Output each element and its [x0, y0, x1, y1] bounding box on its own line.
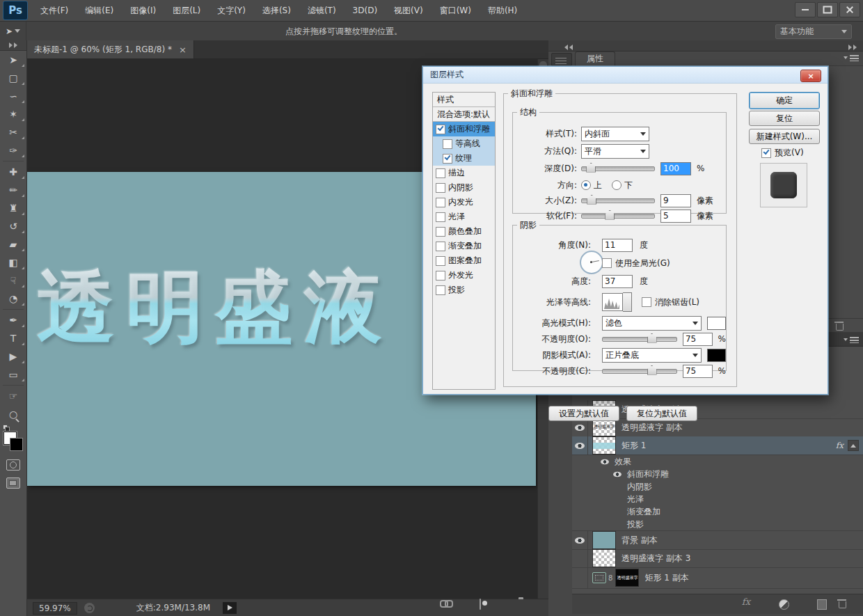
dialog-title-bar[interactable]: 图层样式 [423, 67, 828, 84]
direction-down-radio[interactable] [612, 180, 621, 190]
history-brush-tool[interactable]: ↺ [0, 217, 26, 235]
size-input[interactable]: 9 [660, 194, 691, 207]
menu-view[interactable]: 视图(V) [386, 0, 432, 21]
depth-slider[interactable] [581, 166, 655, 171]
quick-mask-button[interactable] [6, 459, 20, 471]
effect-row[interactable]: 斜面和浮雕 [572, 468, 863, 480]
checkbox[interactable] [436, 285, 445, 295]
toolbar-collapse-button[interactable] [0, 40, 26, 51]
layers-panel-menu-icon[interactable] [844, 335, 859, 344]
clone-stamp-tool[interactable]: ♜ [0, 199, 26, 217]
layer-thumbnail[interactable]: 透明盛液字 [615, 569, 639, 587]
healing-brush-tool[interactable]: ✚ [0, 163, 26, 181]
crop-tool[interactable]: ✂ [0, 123, 26, 141]
menu-layer[interactable]: 图层(L) [164, 0, 209, 21]
style-item-gradient-overlay[interactable]: 渐变叠加 [433, 239, 495, 253]
layer-thumbnail[interactable] [592, 549, 616, 567]
smudge-tool[interactable]: ☟ [0, 271, 26, 290]
adjustment-layer-icon[interactable] [779, 599, 789, 610]
anti-alias-checkbox[interactable] [642, 297, 651, 307]
highlight-mode-select[interactable]: 滤色 [602, 316, 702, 331]
checkbox[interactable] [436, 271, 445, 281]
add-layer-mask-icon[interactable] [480, 599, 481, 610]
effects-label[interactable]: 效果 [615, 456, 631, 468]
checkbox-checked[interactable] [436, 125, 445, 134]
menu-edit[interactable]: 编辑(E) [77, 0, 122, 21]
default-colors-icon[interactable] [3, 425, 9, 430]
hand-tool[interactable]: ☞ [0, 387, 26, 405]
effect-row[interactable]: 投影 [572, 518, 863, 531]
bevel-style-select[interactable]: 内斜面 [581, 127, 649, 141]
path-selection-tool[interactable]: ▶ [0, 347, 26, 365]
zoom-tool[interactable]: ○ [0, 405, 26, 423]
checkbox[interactable] [436, 198, 445, 207]
angle-input[interactable]: 11 [602, 239, 633, 252]
effect-label[interactable]: 投影 [627, 519, 644, 530]
maximize-button[interactable] [817, 2, 838, 17]
menu-window[interactable]: 窗口(W) [432, 0, 480, 21]
style-item-inner-shadow[interactable]: 内阴影 [433, 180, 495, 195]
delete-layer-icon[interactable] [838, 599, 846, 608]
checkbox[interactable] [436, 212, 445, 222]
trash-icon[interactable] [835, 322, 844, 330]
menu-3d[interactable]: 3D(D) [345, 0, 386, 21]
layer-row[interactable]: 透明盛液字 透明盛液字 副本 [572, 418, 863, 437]
shadow-color-swatch[interactable] [707, 349, 726, 362]
tool-preset-picker[interactable]: ➤ [0, 22, 26, 40]
dialog-close-button[interactable]: × [800, 70, 821, 82]
style-item-pattern-overlay[interactable]: 图案叠加 [433, 253, 495, 268]
style-item-satin[interactable]: 光泽 [433, 210, 495, 224]
reset-default-button[interactable]: 复位为默认值 [626, 406, 697, 421]
rectangle-tool[interactable]: ▭ [0, 365, 26, 384]
slider-thumb[interactable] [647, 333, 657, 343]
lasso-tool[interactable]: ∽ [0, 87, 26, 105]
effect-label[interactable]: 内阴影 [627, 481, 652, 493]
checkbox[interactable] [436, 227, 445, 237]
checkbox[interactable] [443, 139, 452, 149]
checkbox[interactable] [436, 168, 445, 178]
background-color-swatch[interactable] [10, 438, 23, 451]
menu-type[interactable]: 文字(Y) [209, 0, 254, 21]
slider-thumb[interactable] [587, 195, 596, 205]
collapse-effects-icon[interactable] [848, 440, 859, 451]
menu-filter[interactable]: 滤镜(T) [299, 0, 345, 21]
highlight-color-swatch[interactable] [707, 317, 726, 330]
visibility-toggle[interactable] [572, 531, 588, 549]
workspace-switcher[interactable]: 基本功能 [775, 24, 852, 39]
style-item-color-overlay[interactable]: 颜色叠加 [433, 224, 495, 239]
layer-name[interactable]: 矩形 1 [621, 440, 646, 452]
ok-button[interactable]: 确定 [749, 92, 820, 109]
close-window-button[interactable] [839, 2, 860, 17]
style-item-drop-shadow[interactable]: 投影 [433, 283, 495, 297]
effect-row[interactable]: 渐变叠加 [572, 505, 863, 518]
opacity-highlight-input[interactable]: 75 [683, 333, 713, 346]
move-tool[interactable]: ➤ [0, 51, 26, 69]
direction-up-radio[interactable] [581, 180, 591, 190]
collapsed-panel-icons[interactable] [551, 53, 572, 66]
screen-mode-button[interactable] [6, 477, 20, 489]
dodge-tool[interactable]: ◔ [0, 290, 26, 308]
effects-group-row[interactable]: 效果 [572, 455, 863, 468]
style-item-stroke[interactable]: 描边 [433, 166, 495, 180]
style-item-inner-glow[interactable]: 内发光 [433, 195, 495, 210]
effect-label[interactable]: 渐变叠加 [627, 506, 660, 518]
status-options-arrow[interactable] [223, 602, 237, 614]
layer-name[interactable]: 背景 副本 [621, 535, 658, 546]
checkbox[interactable] [436, 256, 445, 266]
type-tool[interactable]: T [0, 329, 26, 347]
eye-icon[interactable] [601, 459, 609, 464]
menu-select[interactable]: 选择(S) [254, 0, 299, 21]
marquee-tool[interactable]: ▢ [0, 69, 26, 87]
reset-button[interactable]: 复位 [749, 111, 820, 126]
layer-thumbnail[interactable] [592, 436, 616, 455]
eye-icon[interactable] [613, 471, 621, 477]
soften-slider[interactable] [581, 214, 655, 219]
layer-style-fx-icon[interactable]: fx [742, 597, 750, 607]
visibility-toggle[interactable] [572, 567, 588, 588]
style-item-contour[interactable]: 等高线 [433, 136, 495, 151]
menu-image[interactable]: 图像(I) [122, 0, 164, 21]
blending-options-item[interactable]: 混合选项:默认 [433, 107, 495, 122]
depth-input[interactable]: 100 [660, 162, 691, 175]
zoom-level-field[interactable]: 59.97% [33, 602, 77, 615]
checkbox[interactable] [436, 183, 445, 193]
